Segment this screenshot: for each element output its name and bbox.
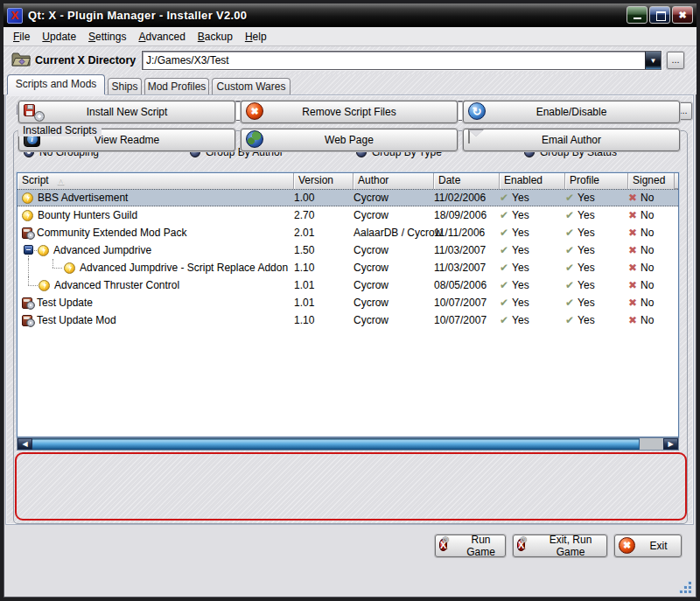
check-icon: ✔ (565, 244, 574, 256)
check-icon: ✔ (500, 314, 508, 326)
scroll-left-button[interactable]: ◀ (18, 438, 32, 450)
script-icon (38, 245, 49, 256)
tab-ships[interactable]: Ships (108, 78, 142, 94)
cross-icon: ✖ (628, 244, 637, 256)
x-directory-combobox: ▼ (142, 51, 662, 70)
close-icon: ✖ (678, 10, 686, 20)
tab-scripts-and-mods[interactable]: Scripts and Mods (7, 74, 105, 94)
enable-disable-icon: ↻ (468, 102, 489, 122)
installed-scripts-table: Script△ Version Author Date Enabled Prof… (17, 172, 679, 437)
column-header-profile[interactable]: Profile (565, 173, 628, 189)
plugin-manager-window: Qt: X - Plugin Manager - Installer V2.00… (0, 0, 700, 601)
table-row-advanced-jumpdrive[interactable]: Advanced Jumpdrive 1.50 Cycrow 11/03/200… (18, 241, 678, 259)
exit-run-game-button[interactable]: X⚙ Exit, Run Game (513, 535, 607, 557)
script-actions-panel (15, 452, 687, 521)
tree-line (52, 268, 62, 269)
folder-icon (11, 52, 31, 67)
tree-line (28, 259, 29, 276)
tree-collapse-button[interactable] (24, 245, 33, 255)
remove-script-files-button[interactable]: ✖ Remove Script Files (241, 101, 458, 123)
cross-icon: ✖ (628, 297, 637, 309)
web-page-button[interactable]: Web Page (241, 129, 458, 151)
email-author-button[interactable]: Email Author (463, 129, 680, 151)
titlebar: Qt: X - Plugin Manager - Installer V2.00… (4, 3, 696, 27)
check-icon: ✔ (565, 262, 574, 274)
tab-custom-wares[interactable]: Custom Wares (212, 78, 290, 94)
cross-icon: ✖ (628, 227, 637, 239)
scroll-right-button[interactable]: ▶ (663, 438, 678, 450)
run-game-button[interactable]: X⚙ Run Game (435, 535, 506, 557)
maximize-button[interactable] (649, 6, 670, 24)
script-icon (22, 210, 33, 221)
scrollbar-thumb[interactable] (32, 438, 640, 450)
menu-settings[interactable]: Settings (82, 28, 132, 45)
check-icon: ✔ (500, 297, 508, 309)
check-icon: ✔ (500, 262, 508, 274)
close-button[interactable]: ✖ (672, 6, 693, 24)
column-header-date[interactable]: Date (434, 173, 500, 189)
menu-file[interactable]: File (7, 28, 36, 45)
menu-backup[interactable]: Backup (192, 28, 239, 45)
cross-icon: ✖ (628, 279, 637, 291)
menu-advanced[interactable]: Advanced (132, 28, 191, 45)
table-row-bbs-advertisement[interactable]: BBS Advertisement 1.00 Cycrow 11/02/2006… (18, 189, 678, 206)
email-icon (468, 130, 489, 150)
install-script-icon (24, 102, 45, 122)
script-icon (38, 280, 50, 291)
arrow-left-icon: ◀ (22, 440, 27, 448)
window-title: Qt: X - Plugin Manager - Installer V2.00 (28, 9, 247, 22)
minimize-button[interactable] (626, 6, 648, 24)
cross-icon: ✖ (628, 192, 637, 204)
check-icon: ✔ (565, 314, 574, 326)
tree-line (52, 259, 53, 268)
gear-icon: ⚙ (520, 536, 527, 544)
tab-mod-profiles[interactable]: Mod Profiles (144, 78, 209, 94)
enable-disable-button[interactable]: ↻ Enable/Disable (463, 101, 680, 123)
menu-help[interactable]: Help (239, 28, 273, 45)
exit-run-game-icon: X⚙ (517, 537, 535, 555)
script-icon (22, 192, 33, 204)
check-icon: ✔ (500, 209, 508, 221)
column-header-script[interactable]: Script△ (18, 173, 294, 189)
dropdown-button[interactable]: ▼ (645, 52, 661, 69)
check-icon: ✔ (565, 279, 574, 291)
table-row-test-update[interactable]: Test Update 1.01 Cycrow 10/07/2007 ✔Yes … (18, 294, 678, 311)
x-directory-label: Current X Directory (35, 54, 136, 66)
menubar: File Update Settings Advanced Backup Hel… (4, 27, 696, 46)
chevron-down-icon: ▼ (650, 57, 657, 65)
scrollbar-track[interactable] (32, 438, 663, 450)
gear-icon: ⚙ (442, 536, 449, 544)
column-header-version[interactable]: Version (294, 173, 354, 189)
web-page-icon (246, 130, 267, 150)
check-icon: ✔ (500, 244, 508, 256)
menu-update[interactable]: Update (36, 28, 82, 45)
cross-icon: ✖ (628, 314, 637, 326)
run-game-icon: X⚙ (439, 537, 457, 555)
exit-button[interactable]: ✖ Exit (614, 535, 682, 557)
install-new-script-button[interactable]: Install New Script (18, 101, 235, 123)
table-row-advanced-jumpdrive-script-replace-addon[interactable]: Advanced Jumpdrive - Script Replace Addo… (18, 259, 678, 276)
table-row-advanced-thruster-control[interactable]: Advanced Thruster Control 1.01 Cycrow 08… (18, 276, 678, 294)
installed-scripts-group-label: Installed Scripts (18, 124, 102, 136)
check-icon: ✔ (500, 279, 508, 291)
column-header-author[interactable]: Author (354, 173, 434, 189)
tab-bar: Scripts and Mods Ships Mod Profiles Cust… (4, 74, 696, 94)
tree-line (28, 285, 38, 286)
mod-package-icon (22, 297, 32, 309)
table-row-test-update-mod[interactable]: Test Update Mod 1.10 Cycrow 10/07/2007 ✔… (18, 311, 678, 329)
browse-x-directory-button[interactable]: ... (667, 52, 684, 69)
check-icon: ✔ (500, 227, 508, 239)
column-header-enabled[interactable]: Enabled (500, 173, 565, 189)
table-row-community-extended-mod-pack[interactable]: Community Extended Mod Pack 2.01 AalaarD… (18, 224, 678, 241)
scripts-and-mods-page: Default Script Directory ... Installed S… (5, 94, 694, 525)
resize-grip[interactable] (680, 582, 691, 593)
arrow-right-icon: ▶ (668, 440, 673, 448)
x-directory-input[interactable] (143, 52, 645, 69)
mod-package-icon (22, 227, 32, 239)
app-icon (7, 8, 23, 24)
column-header-signed[interactable]: Signed (628, 173, 675, 189)
check-icon: ✔ (565, 192, 574, 204)
check-icon: ✔ (565, 227, 574, 239)
remove-icon: ✖ (246, 102, 267, 122)
table-row-bounty-hunters-guild[interactable]: Bounty Hunters Guild 2.70 Cycrow 18/09/2… (18, 206, 678, 224)
